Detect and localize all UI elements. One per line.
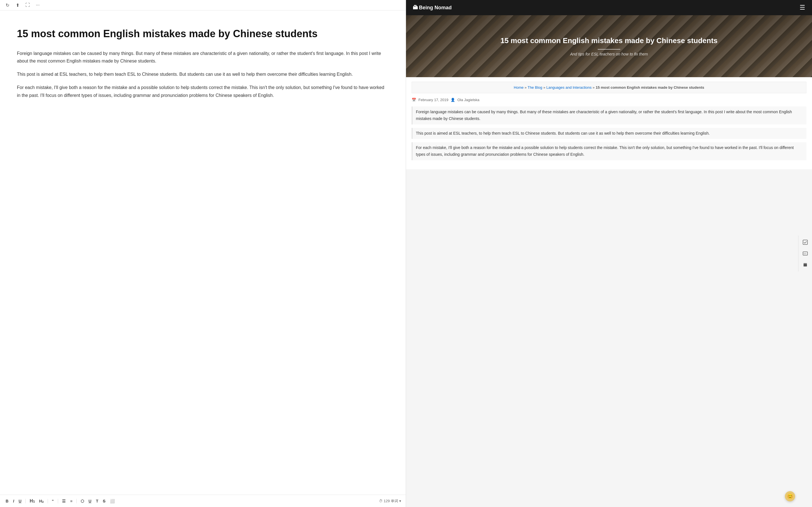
separator-4 bbox=[77, 499, 77, 503]
top-toolbar: ↻ ⬆ ⛶ ··· bbox=[0, 0, 406, 10]
hero-divider bbox=[598, 49, 620, 50]
post-paragraph-1: Foreign language mistakes can be caused … bbox=[412, 107, 806, 124]
link-button[interactable]: ⬡ bbox=[80, 498, 85, 504]
word-count-text: 129 单词 bbox=[384, 499, 398, 504]
svg-rect-3 bbox=[804, 264, 807, 267]
editor-paragraph-1: Foreign language mistakes can be caused … bbox=[17, 50, 389, 65]
breadcrumb-blog[interactable]: The Blog bbox=[527, 86, 542, 90]
logo-text: Being Nomad bbox=[419, 5, 452, 11]
separator-3 bbox=[58, 499, 58, 503]
bold-button[interactable]: B bbox=[4, 498, 10, 504]
bottom-toolbar: B I U H₁ H₂ “ ☰ ≡ ⬡ U T S ⬜ ⏱ 129 单词 ▾ bbox=[0, 495, 406, 507]
breadcrumb-current: 15 most common English mistakes made by … bbox=[596, 86, 704, 90]
underline2-button[interactable]: U bbox=[87, 498, 93, 504]
site-logo: 🏔 Being Nomad bbox=[413, 5, 452, 11]
side-icons-panel: </> bbox=[798, 235, 812, 272]
hero-subtitle: And tips for ESL teachers on how to fix … bbox=[500, 52, 718, 56]
share-icon[interactable]: ⬆ bbox=[15, 2, 20, 8]
editor-panel: ↻ ⬆ ⛶ ··· 15 most common English mistake… bbox=[0, 0, 406, 507]
svg-text:</>: </> bbox=[804, 252, 806, 255]
post-author: Ola Jagielska bbox=[457, 98, 479, 102]
word-count-chevron[interactable]: ▾ bbox=[399, 499, 401, 503]
post-body: Foreign language mistakes can be caused … bbox=[412, 107, 806, 160]
italic-button[interactable]: I bbox=[12, 498, 15, 504]
hero-section: 15 most common English mistakes made by … bbox=[406, 15, 812, 77]
more-icon[interactable]: ··· bbox=[35, 2, 41, 8]
quote-button[interactable]: “ bbox=[51, 498, 55, 504]
post-paragraph-3: For each mistake, I'll give both a reaso… bbox=[412, 142, 806, 160]
underline-button[interactable]: U bbox=[17, 498, 22, 504]
post-meta: 📅 February 17, 2019 👤 Ola Jagielska bbox=[412, 98, 806, 102]
logo-icon: 🏔 bbox=[413, 5, 418, 11]
text-type-button[interactable]: T bbox=[95, 498, 100, 504]
post-date: February 17, 2019 bbox=[418, 98, 448, 102]
editor-title: 15 most common English mistakes made by … bbox=[17, 27, 389, 41]
word-count-area: ⏱ 129 单词 ▾ bbox=[379, 499, 401, 504]
heading1-button[interactable]: H₁ bbox=[29, 498, 36, 504]
hamburger-menu-icon[interactable]: ☰ bbox=[800, 4, 805, 11]
expand-icon[interactable]: ⛶ bbox=[25, 2, 31, 8]
editor-paragraph-3: For each mistake, I'll give both a reaso… bbox=[17, 83, 389, 99]
breadcrumb-sep-2: » bbox=[543, 86, 546, 90]
clock-icon: ⏱ bbox=[379, 499, 383, 503]
breadcrumb-category[interactable]: Languages and Interactions bbox=[546, 86, 592, 90]
strikethrough-button[interactable]: S bbox=[102, 498, 107, 504]
website-preview-panel: 🏔 Being Nomad ☰ 15 most common English m… bbox=[406, 0, 812, 507]
separator-2 bbox=[48, 499, 48, 503]
layers-icon[interactable] bbox=[801, 260, 810, 269]
emoji-feedback-button[interactable]: 😊 bbox=[785, 491, 795, 501]
editor-content[interactable]: 15 most common English mistakes made by … bbox=[0, 10, 406, 507]
check-icon[interactable] bbox=[801, 238, 810, 247]
svg-rect-4 bbox=[804, 263, 807, 264]
author-icon: 👤 bbox=[451, 98, 455, 102]
refresh-icon[interactable]: ↻ bbox=[4, 2, 10, 8]
breadcrumb-sep-1: » bbox=[525, 86, 528, 90]
post-paragraph-2: This post is aimed at ESL teachers, to h… bbox=[412, 128, 806, 139]
hero-content: 15 most common English mistakes made by … bbox=[500, 36, 718, 56]
list-ordered-button[interactable]: ≡ bbox=[69, 498, 73, 504]
breadcrumb-sep-3: » bbox=[593, 86, 596, 90]
site-content: Home » The Blog » Languages and Interact… bbox=[406, 77, 812, 169]
heading2-button[interactable]: H₂ bbox=[38, 498, 45, 504]
code-icon[interactable]: </> bbox=[801, 249, 810, 258]
editor-paragraph-2: This post is aimed at ESL teachers, to h… bbox=[17, 70, 389, 78]
calendar-icon: 📅 bbox=[412, 98, 416, 102]
hero-title: 15 most common English mistakes made by … bbox=[500, 36, 718, 46]
breadcrumb-home[interactable]: Home bbox=[514, 86, 523, 90]
list-unordered-button[interactable]: ☰ bbox=[61, 498, 67, 504]
image-button[interactable]: ⬜ bbox=[109, 498, 116, 504]
breadcrumb: Home » The Blog » Languages and Interact… bbox=[412, 82, 806, 93]
site-header: 🏔 Being Nomad ☰ bbox=[406, 0, 812, 15]
svg-rect-0 bbox=[803, 240, 808, 244]
